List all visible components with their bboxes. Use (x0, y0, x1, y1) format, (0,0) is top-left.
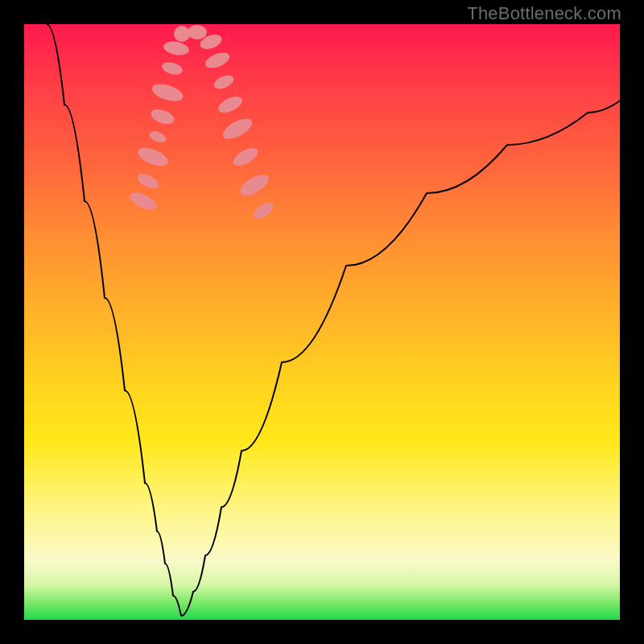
bead (174, 26, 190, 42)
curve-layer (24, 24, 620, 620)
bead (135, 144, 171, 170)
bead (188, 25, 207, 39)
bead (135, 171, 160, 192)
bead (150, 80, 185, 104)
bead (212, 72, 235, 91)
watermark-text: TheBottleneck.com (467, 3, 621, 24)
plot-area (24, 24, 620, 620)
chart-frame: TheBottleneck.com (0, 0, 644, 644)
bead (148, 129, 168, 144)
bead (216, 93, 245, 116)
bead (163, 39, 190, 56)
bead (161, 60, 184, 76)
bead (220, 115, 255, 143)
bead (237, 171, 271, 200)
bead (250, 200, 275, 221)
bead (127, 189, 159, 213)
beads-group (127, 25, 275, 222)
bead (203, 50, 232, 72)
bead (230, 145, 260, 170)
curve-right-branch (181, 101, 620, 616)
bead (149, 106, 176, 126)
